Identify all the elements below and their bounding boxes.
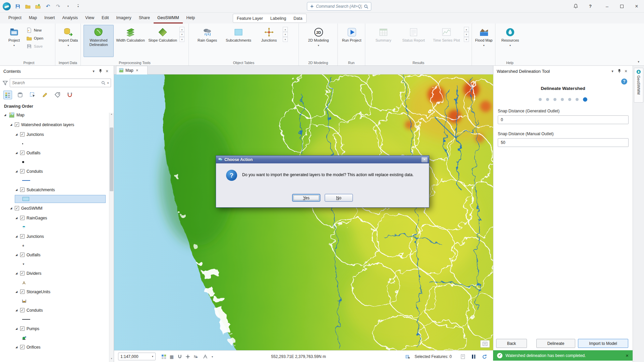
resources-button[interactable]: Resources ▾ <box>499 25 522 57</box>
status-report-button[interactable]: Status Report <box>398 25 429 57</box>
notifications-bell-icon[interactable] <box>568 0 583 12</box>
watershed-delineation-button[interactable]: Watershed Delineation <box>84 25 114 57</box>
map-overview-button[interactable] <box>480 340 490 348</box>
tab-project[interactable]: Project <box>5 13 25 23</box>
layer-checkbox[interactable]: ✓ <box>15 122 19 127</box>
maximize-button[interactable] <box>614 0 629 12</box>
save-button[interactable]: Save <box>24 42 45 50</box>
pin-icon[interactable] <box>616 69 623 74</box>
expand-arrow-icon[interactable]: ◢ <box>3 113 7 116</box>
tree-item-geoswmm[interactable]: ◢ ✓ GeoSWMM <box>0 203 114 213</box>
layer-checkbox[interactable]: ✓ <box>20 151 24 155</box>
layer-checkbox[interactable]: ✓ <box>20 271 24 275</box>
delineate-button[interactable]: Delineate <box>536 339 575 348</box>
undo-icon[interactable]: ↶ <box>43 2 53 11</box>
scroll-down-icon[interactable]: ▾ <box>464 32 469 37</box>
scale-dropdown[interactable]: 1:147,000 ▾ <box>118 353 156 360</box>
scroll-down-icon[interactable]: ▾ <box>283 32 288 37</box>
import-to-model-button[interactable]: Import to Model <box>578 339 628 348</box>
panel-menu-chevron-icon[interactable]: ▾ <box>609 69 616 73</box>
minimize-button[interactable]: – <box>600 0 614 12</box>
scrollbar-thumb[interactable] <box>110 127 113 191</box>
customize-quick-access-icon[interactable]: ▾ <box>73 2 83 11</box>
expand-arrow-icon[interactable]: ◢ <box>15 133 18 136</box>
no-button[interactable]: No <box>325 194 353 202</box>
tree-item-ws-conduits[interactable]: ◢ ✓ Conduits <box>0 166 114 176</box>
layer-checkbox[interactable]: ✓ <box>20 188 24 192</box>
dialog-close-button[interactable]: ✕ <box>421 157 428 162</box>
toc-drawing-order-icon[interactable] <box>3 91 12 99</box>
help-icon[interactable]: ? <box>583 0 598 12</box>
new-project-icon[interactable] <box>33 2 43 11</box>
dialog-titlebar[interactable]: Choose Action ✕ <box>216 156 429 163</box>
run-project-button[interactable]: Run Project <box>341 25 362 57</box>
expand-arrow-icon[interactable]: ◢ <box>15 309 18 312</box>
expand-arrow-icon[interactable]: ◢ <box>15 272 18 275</box>
statusbar-north-icon[interactable]: N▸ <box>193 353 199 360</box>
search-options-chevron-icon[interactable]: ▾ <box>107 82 109 85</box>
scroll-up-icon[interactable]: ▴ <box>283 27 288 32</box>
tab-data[interactable]: Data <box>290 14 306 22</box>
statusbar-snapping-icon[interactable] <box>176 353 183 360</box>
yes-button[interactable]: Yes <box>292 194 320 202</box>
close-tab-icon[interactable]: × <box>136 68 138 73</box>
layer-checkbox[interactable]: ✓ <box>20 326 24 331</box>
more-options-icon[interactable]: ▾ <box>283 37 288 42</box>
statusbar-grid-icon[interactable] <box>160 353 167 360</box>
tab-help[interactable]: Help <box>183 13 199 23</box>
refresh-icon[interactable] <box>481 353 488 360</box>
tab-feature-layer[interactable]: Feature Layer <box>233 14 267 22</box>
filter-funnel-icon[interactable] <box>3 81 8 86</box>
close-panel-icon[interactable]: × <box>623 68 629 74</box>
tree-item-gs-raingages[interactable]: ◢ ✓ RainGages <box>0 213 114 223</box>
close-panel-icon[interactable]: × <box>104 68 110 74</box>
flood-map-button[interactable]: Flood Map ▾ <box>475 25 493 57</box>
tree-item-gs-dividers[interactable]: ◢ ✓ Dividers <box>0 268 114 278</box>
redo-icon[interactable]: ↷ <box>53 2 63 11</box>
more-options-icon[interactable]: ▾ <box>464 37 469 42</box>
layer-checkbox[interactable]: ✓ <box>20 169 24 173</box>
tree-item-map[interactable]: ◢ Map <box>0 110 114 120</box>
statusbar-crosshair-icon[interactable] <box>184 353 191 360</box>
tab-imagery[interactable]: Imagery <box>112 13 135 23</box>
expand-arrow-icon[interactable]: ◢ <box>9 207 13 210</box>
tree-item-watershed-delineation-layers[interactable]: ◢ ✓ Watershed delineation layers <box>0 120 114 130</box>
toc-data-source-icon[interactable] <box>16 91 24 99</box>
expand-arrow-icon[interactable]: ◢ <box>15 188 18 191</box>
2d-modeling-button[interactable]: 2D 2D Modeling ▾ <box>306 25 332 57</box>
scroll-up-icon[interactable]: ▴ <box>109 113 114 117</box>
expand-arrow-icon[interactable]: ◢ <box>15 170 18 173</box>
expand-arrow-icon[interactable]: ◢ <box>15 346 18 349</box>
tree-item-gs-pumps[interactable]: ◢ ✓ Pumps <box>0 324 114 333</box>
page-layout-icon[interactable] <box>460 353 466 360</box>
tab-map[interactable]: Map <box>25 13 41 23</box>
symbol-ws-subcatchments-selected[interactable] <box>15 195 106 203</box>
tree-item-gs-orifices[interactable]: ◢ ✓ Orifices <box>0 342 114 352</box>
layer-checkbox[interactable]: ✓ <box>20 216 24 220</box>
expand-arrow-icon[interactable]: ◢ <box>15 235 18 238</box>
scroll-down-icon[interactable]: ▾ <box>109 357 114 362</box>
tab-edit[interactable]: Edit <box>98 13 113 23</box>
subcatchments-button[interactable]: Subcatchments <box>222 25 255 57</box>
expand-arrow-icon[interactable]: ◢ <box>15 327 18 330</box>
undo-history-chevron-icon[interactable]: ▾ <box>63 2 73 11</box>
layer-checkbox[interactable]: ✓ <box>20 308 24 312</box>
command-search-input[interactable]: Command Search (Alt+Q) <box>307 2 371 11</box>
contents-search-input[interactable] <box>12 81 99 85</box>
tree-item-gs-junctions[interactable]: ◢ ✓ Junctions <box>0 231 114 241</box>
toc-labeling-icon[interactable] <box>53 91 62 99</box>
tree-item-ws-subcatchments[interactable]: ◢ ✓ Subcatchments <box>0 185 114 195</box>
tab-analysis[interactable]: Analysis <box>59 13 82 23</box>
tab-share[interactable]: Share <box>135 13 154 23</box>
expand-arrow-icon[interactable]: ◢ <box>9 123 13 126</box>
width-calculation-button[interactable]: Width Calculation <box>115 25 146 57</box>
quick-save-icon[interactable] <box>13 2 23 11</box>
tree-item-gs-storageunits[interactable]: ◢ ✓ StorageUnits <box>0 287 114 297</box>
map-canvas[interactable] <box>114 74 493 350</box>
tab-view[interactable]: View <box>82 13 98 23</box>
dismiss-notification-icon[interactable]: × <box>626 353 629 358</box>
new-button[interactable]: New <box>24 26 45 34</box>
tab-labeling[interactable]: Labeling <box>267 14 290 22</box>
junctions-button[interactable]: Junctions <box>257 25 281 57</box>
tab-insert[interactable]: Insert <box>41 13 58 23</box>
